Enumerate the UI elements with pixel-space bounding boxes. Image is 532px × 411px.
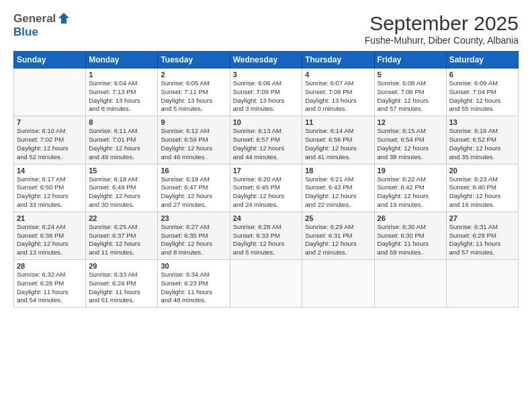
calendar-cell: 13Sunrise: 6:16 AM Sunset: 6:52 PM Dayli… [446,116,518,164]
calendar-week-row: 1Sunrise: 6:04 AM Sunset: 7:13 PM Daylig… [14,68,519,116]
page: General Blue September 2025 Fushe-Muhurr… [0,0,532,411]
calendar-cell: 23Sunrise: 6:27 AM Sunset: 6:35 PM Dayli… [158,212,230,259]
day-info: Sunrise: 6:15 AM Sunset: 6:54 PM Dayligh… [378,127,443,161]
calendar-cell: 29Sunrise: 6:33 AM Sunset: 6:24 PM Dayli… [86,260,158,308]
day-info: Sunrise: 6:10 AM Sunset: 7:02 PM Dayligh… [17,127,83,161]
day-info: Sunrise: 6:09 AM Sunset: 7:04 PM Dayligh… [449,79,515,113]
calendar-cell [374,260,446,308]
day-number: 18 [305,167,371,175]
day-info: Sunrise: 6:14 AM Sunset: 6:56 PM Dayligh… [305,127,371,161]
day-info: Sunrise: 6:22 AM Sunset: 6:42 PM Dayligh… [378,175,443,210]
calendar-cell: 20Sunrise: 6:23 AM Sunset: 6:40 PM Dayli… [446,164,518,212]
day-number: 13 [449,118,515,126]
day-info: Sunrise: 6:18 AM Sunset: 6:49 PM Dayligh… [89,175,154,210]
day-number: 30 [161,262,226,270]
calendar-cell: 12Sunrise: 6:15 AM Sunset: 6:54 PM Dayli… [374,116,446,164]
calendar-header-wednesday: Wednesday [230,52,302,68]
logo-icon [57,11,71,25]
calendar-header-monday: Monday [86,52,158,68]
calendar-cell: 26Sunrise: 6:30 AM Sunset: 6:30 PM Dayli… [374,212,446,259]
day-number: 19 [378,167,443,175]
title-block: September 2025 Fushe-Muhurr, Diber Count… [365,12,519,46]
day-number: 1 [89,71,154,79]
logo-general-text: General [13,12,56,26]
day-number: 21 [17,214,83,222]
day-info: Sunrise: 6:20 AM Sunset: 6:45 PM Dayligh… [233,175,300,210]
logo: General Blue [13,12,71,39]
calendar-cell: 2Sunrise: 6:05 AM Sunset: 7:11 PM Daylig… [158,68,230,116]
calendar-header-friday: Friday [374,52,446,68]
day-info: Sunrise: 6:21 AM Sunset: 6:43 PM Dayligh… [305,175,371,210]
day-number: 22 [89,214,154,222]
calendar-cell: 24Sunrise: 6:28 AM Sunset: 6:33 PM Dayli… [230,212,302,259]
calendar-cell: 5Sunrise: 6:08 AM Sunset: 7:06 PM Daylig… [374,68,446,116]
day-info: Sunrise: 6:13 AM Sunset: 6:57 PM Dayligh… [233,127,300,161]
calendar-week-row: 7Sunrise: 6:10 AM Sunset: 7:02 PM Daylig… [14,116,519,164]
calendar-cell: 25Sunrise: 6:29 AM Sunset: 6:31 PM Dayli… [302,212,374,259]
day-info: Sunrise: 6:24 AM Sunset: 6:38 PM Dayligh… [17,223,83,257]
day-number: 23 [161,214,226,222]
calendar-week-row: 28Sunrise: 6:32 AM Sunset: 6:26 PM Dayli… [14,260,519,308]
day-number: 12 [378,118,443,126]
calendar-table: SundayMondayTuesdayWednesdayThursdayFrid… [13,51,519,308]
calendar-cell: 14Sunrise: 6:17 AM Sunset: 6:50 PM Dayli… [14,164,86,212]
day-number: 24 [233,214,300,222]
day-info: Sunrise: 6:30 AM Sunset: 6:30 PM Dayligh… [378,223,443,257]
day-number: 8 [89,118,154,126]
day-number: 3 [233,71,300,79]
day-info: Sunrise: 6:07 AM Sunset: 7:08 PM Dayligh… [305,79,371,113]
calendar-cell: 11Sunrise: 6:14 AM Sunset: 6:56 PM Dayli… [302,116,374,164]
day-info: Sunrise: 6:11 AM Sunset: 7:01 PM Dayligh… [89,127,154,161]
day-info: Sunrise: 6:08 AM Sunset: 7:06 PM Dayligh… [378,79,443,113]
calendar-header-sunday: Sunday [14,52,86,68]
day-number: 28 [17,262,83,270]
calendar-cell: 8Sunrise: 6:11 AM Sunset: 7:01 PM Daylig… [86,116,158,164]
calendar-cell: 16Sunrise: 6:19 AM Sunset: 6:47 PM Dayli… [158,164,230,212]
day-info: Sunrise: 6:04 AM Sunset: 7:13 PM Dayligh… [89,79,154,113]
day-number: 7 [17,118,83,126]
svg-marker-0 [58,13,69,24]
calendar-cell: 28Sunrise: 6:32 AM Sunset: 6:26 PM Dayli… [14,260,86,308]
day-info: Sunrise: 6:12 AM Sunset: 6:59 PM Dayligh… [161,127,226,161]
day-info: Sunrise: 6:27 AM Sunset: 6:35 PM Dayligh… [161,223,226,257]
day-number: 9 [161,118,226,126]
day-number: 27 [449,214,515,222]
day-number: 2 [161,71,226,79]
subtitle: Fushe-Muhurr, Diber County, Albania [365,35,519,46]
day-info: Sunrise: 6:32 AM Sunset: 6:26 PM Dayligh… [17,271,83,305]
day-info: Sunrise: 6:31 AM Sunset: 6:28 PM Dayligh… [449,223,515,257]
calendar-header-tuesday: Tuesday [158,52,230,68]
calendar-cell: 18Sunrise: 6:21 AM Sunset: 6:43 PM Dayli… [302,164,374,212]
day-number: 20 [449,167,515,175]
header: General Blue September 2025 Fushe-Muhurr… [13,12,519,46]
day-number: 25 [305,214,371,222]
calendar-cell: 22Sunrise: 6:25 AM Sunset: 6:37 PM Dayli… [86,212,158,259]
day-number: 11 [305,118,371,126]
calendar-cell: 19Sunrise: 6:22 AM Sunset: 6:42 PM Dayli… [374,164,446,212]
calendar-cell: 15Sunrise: 6:18 AM Sunset: 6:49 PM Dayli… [86,164,158,212]
day-number: 5 [378,71,443,79]
calendar-cell: 3Sunrise: 6:06 AM Sunset: 7:09 PM Daylig… [230,68,302,116]
day-number: 29 [89,262,154,270]
calendar-cell: 21Sunrise: 6:24 AM Sunset: 6:38 PM Dayli… [14,212,86,259]
calendar-cell: 9Sunrise: 6:12 AM Sunset: 6:59 PM Daylig… [158,116,230,164]
day-info: Sunrise: 6:23 AM Sunset: 6:40 PM Dayligh… [449,175,515,210]
day-number: 17 [233,167,300,175]
calendar-week-row: 14Sunrise: 6:17 AM Sunset: 6:50 PM Dayli… [14,164,519,212]
day-info: Sunrise: 6:34 AM Sunset: 6:23 PM Dayligh… [161,271,226,305]
month-title: September 2025 [365,12,519,35]
day-info: Sunrise: 6:25 AM Sunset: 6:37 PM Dayligh… [89,223,154,257]
calendar-cell: 30Sunrise: 6:34 AM Sunset: 6:23 PM Dayli… [158,260,230,308]
calendar-cell [230,260,302,308]
day-number: 16 [161,167,226,175]
calendar-cell: 6Sunrise: 6:09 AM Sunset: 7:04 PM Daylig… [446,68,518,116]
logo-blue-text: Blue [13,26,38,38]
day-number: 14 [17,167,83,175]
day-info: Sunrise: 6:05 AM Sunset: 7:11 PM Dayligh… [161,79,226,113]
calendar-cell: 10Sunrise: 6:13 AM Sunset: 6:57 PM Dayli… [230,116,302,164]
day-info: Sunrise: 6:16 AM Sunset: 6:52 PM Dayligh… [449,127,515,161]
calendar-cell: 7Sunrise: 6:10 AM Sunset: 7:02 PM Daylig… [14,116,86,164]
day-info: Sunrise: 6:06 AM Sunset: 7:09 PM Dayligh… [233,79,300,113]
calendar-header-thursday: Thursday [302,52,374,68]
day-number: 6 [449,71,515,79]
